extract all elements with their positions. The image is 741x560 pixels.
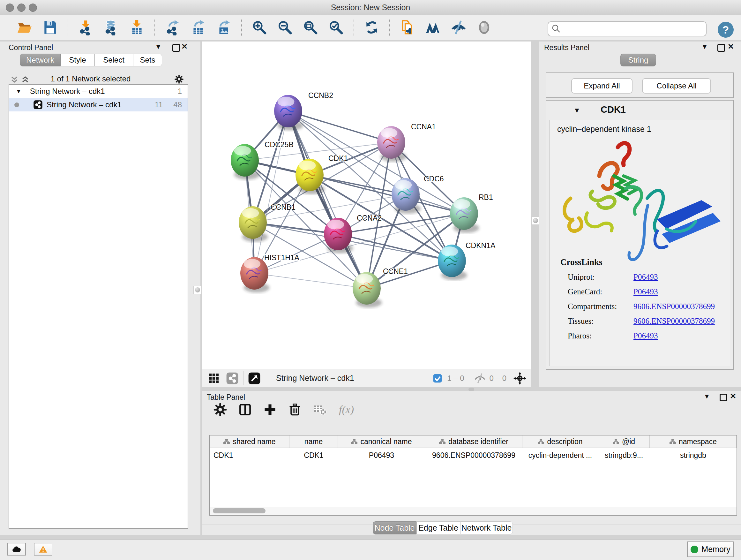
network-node-ccnb2[interactable]: CCNB2 (274, 91, 333, 130)
table-cell[interactable]: stringdb (650, 448, 737, 462)
column-header-description[interactable]: description (522, 435, 598, 448)
table-panel-float-icon[interactable] (720, 394, 727, 401)
export-image-icon[interactable] (216, 19, 232, 36)
import-table-icon[interactable] (129, 19, 145, 36)
network-node-cdc6[interactable]: CDC6 (392, 175, 444, 213)
network-node-hist1h1a[interactable]: HIST1H1A (240, 253, 300, 293)
control-panel-float-icon[interactable] (172, 44, 180, 52)
column-header--id[interactable]: @id (598, 435, 650, 448)
network-node-rb1[interactable]: RB1 (450, 193, 493, 233)
network-options-gear-icon[interactable] (174, 74, 184, 84)
collapse-triangle-icon[interactable]: ▼ (16, 88, 22, 95)
table-horizontal-scrollbar[interactable] (209, 507, 737, 516)
function-builder-fx-icon: f(x) (338, 402, 362, 417)
column-header-shared-name[interactable]: shared name (210, 435, 289, 448)
tab-string[interactable]: String (620, 54, 656, 66)
results-panel-close-icon[interactable]: ✕ (728, 42, 734, 51)
cloud-status-button[interactable] (7, 543, 26, 556)
selected-checkbox-icon[interactable] (431, 372, 444, 385)
network-share-icon (33, 100, 43, 110)
results-panel-title: Results Panel (544, 44, 590, 52)
column-header-name[interactable]: name (289, 435, 338, 448)
export-network-icon[interactable] (165, 19, 181, 36)
network-edge[interactable] (288, 111, 391, 142)
save-session-icon[interactable] (42, 19, 58, 36)
horizontal-divider-handle[interactable] (468, 388, 474, 391)
export-table-icon[interactable] (190, 19, 206, 36)
crosslink-value-link[interactable]: P06493 (633, 287, 658, 296)
network-tree-item[interactable]: String Network – cdk1 11 48 (9, 98, 188, 111)
add-column-plus-icon[interactable] (263, 402, 277, 417)
hidden-eye-slash-icon (474, 372, 486, 385)
search-box[interactable] (548, 21, 706, 37)
results-panel-float-icon[interactable] (718, 44, 725, 52)
network-tree-item[interactable]: ▼ String Network – cdk1 1 (9, 84, 188, 98)
table-cell[interactable]: P06493 (338, 448, 425, 462)
scrollbar-thumb[interactable] (213, 508, 266, 513)
collapse-all-button[interactable]: Collapse All (642, 78, 711, 94)
share-network-icon[interactable] (226, 372, 239, 385)
crosslink-value-link[interactable]: 9606.ENSP00000378699 (633, 317, 715, 326)
collapse-triangle-icon[interactable]: ▼ (574, 106, 581, 115)
tab-select[interactable]: Select (94, 54, 133, 66)
help-icon[interactable]: ? (718, 22, 734, 38)
results-panel-menu-icon[interactable]: ▾ (703, 42, 706, 51)
protein-description: cyclin–dependent kinase 1 (557, 125, 651, 134)
column-header-database-identifier[interactable]: database identifier (425, 435, 522, 448)
tab-style[interactable]: Style (61, 54, 94, 66)
crosslink-value-link[interactable]: P06493 (633, 273, 658, 282)
network-node-cdk1[interactable]: CDK1 (295, 154, 348, 194)
table-cell[interactable]: stringdb:9... (598, 448, 650, 462)
control-panel-menu-icon[interactable]: ▾ (156, 42, 160, 51)
network-edge[interactable] (254, 273, 367, 288)
tab-sets[interactable]: Sets (133, 54, 162, 66)
zoom-out-icon[interactable] (277, 19, 293, 36)
table-options-gear-icon[interactable] (213, 402, 227, 417)
hide-selected-icon[interactable] (451, 19, 467, 36)
zoom-selected-icon[interactable] (328, 19, 344, 36)
import-network-icon[interactable] (78, 19, 94, 36)
network-edge[interactable] (338, 234, 452, 261)
memory-button[interactable]: Memory (687, 542, 734, 557)
table-cell[interactable]: CDK1 (210, 448, 289, 462)
network-node-cdkn1a[interactable]: CDKN1A (438, 241, 495, 280)
table-cell[interactable]: 9606.ENSP00000378699 (425, 448, 522, 462)
network-edge[interactable] (288, 111, 367, 288)
delete-column-trash-icon[interactable] (288, 402, 302, 417)
network-canvas[interactable]: CCNB2CCNA1CDC25BCDK1CDC6RB1CCNB1CCNA2CDK… (202, 42, 531, 369)
birdseye-view-icon[interactable] (248, 372, 261, 385)
crosslink-value-link[interactable]: 9606.ENSP00000378699 (633, 302, 715, 311)
search-input[interactable] (562, 22, 706, 36)
show-columns-icon[interactable] (238, 402, 252, 417)
zoom-in-icon[interactable] (252, 19, 267, 36)
tab-network-table[interactable]: Network Table (460, 521, 513, 535)
panel-divider-handle[interactable] (193, 286, 202, 294)
open-session-icon[interactable] (17, 19, 32, 36)
fit-selected-crosshair-icon[interactable] (514, 372, 526, 385)
table-cell[interactable]: cyclin-dependent ... (522, 448, 598, 462)
network-node-ccna1[interactable]: CCNA1 (377, 123, 436, 162)
crosslink-value-link[interactable]: P06493 (633, 331, 658, 340)
network-node-ccne1[interactable]: CCNE1 (353, 267, 408, 307)
tab-edge-table[interactable]: Edge Table (416, 521, 460, 535)
table-panel-menu-icon[interactable]: ▾ (705, 392, 709, 401)
network-edge[interactable] (254, 111, 288, 273)
column-header-namespace[interactable]: namespace (650, 435, 737, 448)
table-row[interactable]: CDK1CDK1P064939606.ENSP00000378699cyclin… (210, 448, 737, 462)
show-all-icon[interactable] (476, 19, 492, 36)
tab-network[interactable]: Network (20, 54, 61, 66)
column-header-canonical-name[interactable]: canonical name (338, 435, 425, 448)
memory-status-dot (690, 546, 698, 553)
grid-view-icon[interactable] (207, 372, 220, 385)
expand-all-button[interactable]: Expand All (571, 78, 632, 94)
warning-status-button[interactable] (34, 543, 52, 556)
tab-node-table[interactable]: Node Table (373, 521, 416, 535)
table-panel-close-icon[interactable]: ✕ (730, 392, 736, 401)
duplicate-network-icon[interactable] (400, 19, 415, 36)
layout-refresh-icon[interactable] (364, 19, 380, 36)
table-cell[interactable]: CDK1 (289, 448, 338, 462)
import-database-icon[interactable] (104, 19, 119, 36)
binoculars-icon[interactable] (425, 19, 441, 36)
zoom-fit-icon[interactable] (302, 19, 319, 36)
control-panel-close-icon[interactable]: ✕ (181, 42, 188, 51)
